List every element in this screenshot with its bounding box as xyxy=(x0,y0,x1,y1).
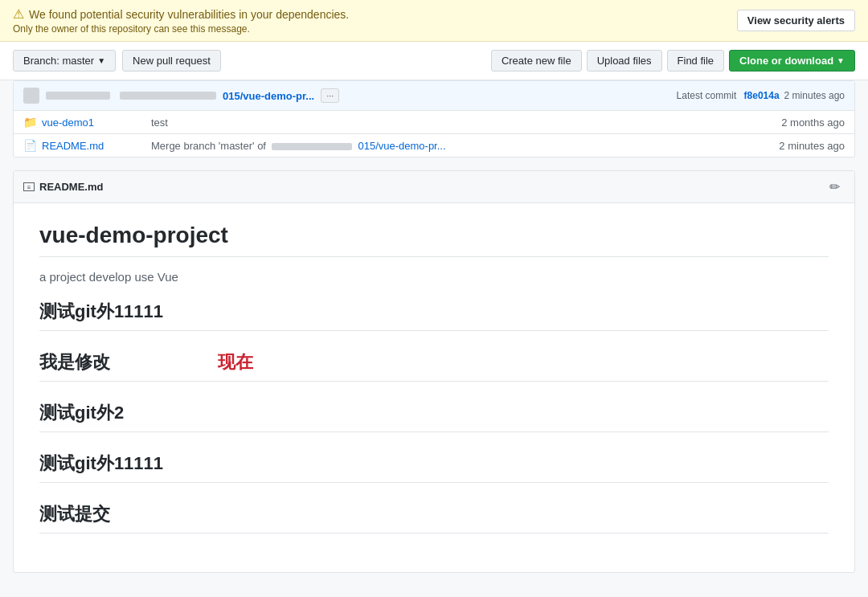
readme-commit-msg: Merge branch 'master' of 015/vue-demo-pr… xyxy=(151,140,764,152)
readme-section-1-heading: 我是修改 现在 xyxy=(39,350,829,382)
branch-selector-button[interactable]: Branch: master ▼ xyxy=(13,50,116,72)
readme-section-2-heading: 测试git外2 xyxy=(39,401,829,432)
repo-content: 015/vue-demo-pr... ··· Latest commit f8e… xyxy=(13,80,855,573)
readme-header: ≡ README.md ✏ xyxy=(14,171,854,203)
readme-section-1: 我是修改 现在 xyxy=(39,350,829,382)
commit-username-blur xyxy=(46,92,110,100)
latest-commit-row: 015/vue-demo-pr... ··· Latest commit f8e… xyxy=(14,81,854,111)
readme-section-4: 测试提交 xyxy=(39,502,829,534)
new-pull-request-button[interactable]: New pull request xyxy=(122,50,221,72)
readme-body: vue-demo-project a project develop use V… xyxy=(14,203,854,572)
readme-edit-button[interactable]: ✏ xyxy=(825,178,845,196)
commit-path-link[interactable]: 015/vue-demo-pr... xyxy=(223,90,314,102)
latest-commit-label: Latest commit xyxy=(677,90,739,101)
folder-link[interactable]: vue-demo1 xyxy=(42,117,138,129)
readme-section-2: 测试git外2 xyxy=(39,401,829,432)
commit-time: 2 minutes ago xyxy=(784,90,845,101)
readme-section-1-red: 现在 xyxy=(218,352,253,372)
toolbar-left: Branch: master ▼ New pull request xyxy=(13,50,221,72)
readme-subtitle: a project develop use Vue xyxy=(39,270,829,284)
readme-header-title: ≡ README.md xyxy=(23,181,103,193)
branch-dropdown-arrow: ▼ xyxy=(97,56,105,65)
view-security-alerts-button[interactable]: View security alerts xyxy=(737,10,855,31)
readme-section-0-heading: 测试git外11111 xyxy=(39,300,829,331)
repo-toolbar: Branch: master ▼ New pull request Create… xyxy=(0,42,868,80)
security-banner: ⚠ We found potential security vulnerabil… xyxy=(0,0,868,42)
file-list-container: 015/vue-demo-pr... ··· Latest commit f8e… xyxy=(13,80,855,157)
upload-files-button[interactable]: Upload files xyxy=(587,50,662,72)
folder-commit-msg: test xyxy=(151,117,764,129)
commit-row-right: Latest commit f8e014a 2 minutes ago xyxy=(677,90,845,101)
commit-message-blur xyxy=(120,92,216,100)
clone-dropdown-arrow: ▼ xyxy=(837,56,845,65)
readme-section-3-heading: 测试git外11111 xyxy=(39,452,829,483)
readme-section-0: 测试git外11111 xyxy=(39,300,829,331)
commit-avatar xyxy=(23,88,39,104)
warning-icon: ⚠ xyxy=(13,6,24,22)
clone-or-download-button[interactable]: Clone or download ▼ xyxy=(729,50,855,72)
commit-hash-link[interactable]: f8e014a xyxy=(744,90,780,101)
readme-table-icon: ≡ xyxy=(23,182,35,191)
readme-section-3: 测试git外11111 xyxy=(39,452,829,483)
readme-commit-msg-blur xyxy=(272,143,352,150)
file-row-readme: 📄 README.md Merge branch 'master' of 015… xyxy=(14,134,854,157)
file-icon: 📄 xyxy=(23,139,37,152)
commit-row-left: 015/vue-demo-pr... ··· xyxy=(23,88,339,104)
readme-file-link[interactable]: README.md xyxy=(42,140,138,152)
readme-section-4-heading: 测试提交 xyxy=(39,502,829,534)
readme-container: ≡ README.md ✏ vue-demo-project a project… xyxy=(13,170,855,573)
folder-icon: 📁 xyxy=(23,116,37,129)
create-new-file-button[interactable]: Create new file xyxy=(491,50,582,72)
readme-commit-path-link[interactable]: 015/vue-demo-pr... xyxy=(358,140,445,152)
folder-time: 2 months ago xyxy=(764,117,845,129)
find-file-button[interactable]: Find file xyxy=(667,50,725,72)
toolbar-right: Create new file Upload files Find file C… xyxy=(491,50,855,72)
commit-dots-button[interactable]: ··· xyxy=(321,88,339,103)
security-banner-subtitle: Only the owner of this repository can se… xyxy=(13,23,349,35)
readme-time: 2 minutes ago xyxy=(764,140,845,152)
file-row-folder: 📁 vue-demo1 test 2 months ago xyxy=(14,111,854,134)
readme-title: vue-demo-project xyxy=(39,223,829,257)
security-banner-content: ⚠ We found potential security vulnerabil… xyxy=(13,6,349,35)
security-banner-title: ⚠ We found potential security vulnerabil… xyxy=(13,6,349,22)
